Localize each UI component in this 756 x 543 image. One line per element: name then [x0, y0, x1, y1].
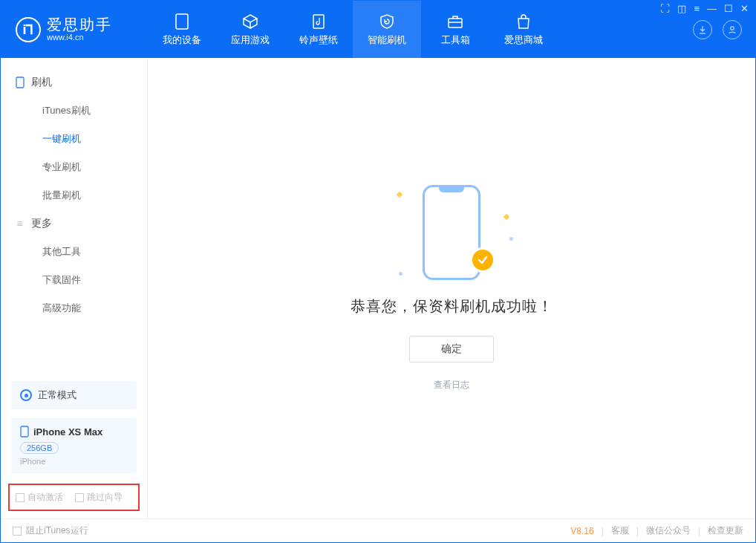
sidebar-item-advanced[interactable]: 高级功能 — [1, 294, 147, 322]
checkbox-icon — [13, 527, 22, 536]
options-box-highlighted: 自动激活 跳过向导 — [8, 484, 140, 511]
shield-refresh-icon — [378, 13, 396, 30]
mode-label: 正常模式 — [38, 388, 76, 402]
tab-label: 铃声壁纸 — [299, 33, 338, 47]
checkbox-icon — [16, 493, 25, 502]
mode-box[interactable]: 正常模式 — [11, 381, 137, 409]
checkbox-label: 阻止iTunes运行 — [26, 524, 88, 537]
footer-link-update[interactable]: 检查更新 — [708, 524, 743, 537]
checkbox-auto-activate[interactable]: 自动激活 — [16, 491, 63, 504]
maximize-button[interactable]: ☐ — [724, 3, 733, 14]
logo-icon: iꓶ — [16, 17, 41, 42]
tab-apps[interactable]: 应用游戏 — [216, 1, 284, 58]
close-button[interactable]: ✕ — [740, 3, 749, 14]
tab-label: 工具箱 — [441, 33, 470, 47]
skin-icon[interactable]: ◫ — [677, 3, 686, 14]
tab-my-device[interactable]: 我的设备 — [148, 1, 216, 58]
toolbox-icon — [446, 13, 464, 30]
header: ⛶ ◫ ≡ — ☐ ✕ iꓶ 爱思助手 www.i4.cn 我的设备 应用游戏 … — [1, 1, 755, 58]
app-subtitle: www.i4.cn — [47, 33, 112, 42]
music-icon — [310, 13, 328, 30]
tab-ringtone[interactable]: 铃声壁纸 — [284, 1, 353, 58]
svg-rect-2 — [449, 19, 462, 27]
sidebar-group-title: 更多 — [31, 217, 52, 230]
menu-icon[interactable]: ≡ — [694, 3, 700, 14]
svg-rect-0 — [176, 14, 188, 29]
sidebar-item-download-fw[interactable]: 下载固件 — [1, 266, 147, 294]
sidebar: 刷机 iTunes刷机 一键刷机 专业刷机 批量刷机 ≡ 更多 其他工具 下载固… — [1, 58, 148, 518]
tab-label: 智能刷机 — [368, 33, 406, 47]
body: 刷机 iTunes刷机 一键刷机 专业刷机 批量刷机 ≡ 更多 其他工具 下载固… — [1, 58, 755, 518]
svg-rect-5 — [21, 426, 28, 437]
tab-label: 爱思商城 — [504, 33, 543, 47]
list-icon: ≡ — [14, 218, 25, 230]
device-type: iPhone — [20, 457, 128, 466]
device-name: iPhone XS Max — [33, 426, 102, 438]
user-button[interactable] — [723, 20, 742, 39]
svg-point-3 — [731, 26, 734, 30]
window-controls: ⛶ ◫ ≡ — ☐ ✕ — [660, 3, 749, 14]
device-box[interactable]: iPhone XS Max 256GB iPhone — [11, 418, 137, 473]
success-message: 恭喜您，保资料刷机成功啦！ — [351, 296, 553, 316]
version-label: V8.16 — [570, 526, 593, 536]
device-phone-icon — [20, 426, 29, 438]
tab-label: 我的设备 — [163, 33, 201, 47]
sidebar-item-pro-flash[interactable]: 专业刷机 — [1, 153, 147, 181]
tab-label: 应用游戏 — [231, 33, 270, 47]
bag-icon — [515, 13, 532, 30]
app-title: 爱思助手 — [47, 16, 112, 33]
sidebar-group-title: 刷机 — [31, 76, 52, 89]
sidebar-item-batch-flash[interactable]: 批量刷机 — [1, 181, 147, 209]
view-log-link[interactable]: 查看日志 — [434, 379, 469, 391]
checkbox-skip-guide[interactable]: 跳过向导 — [75, 491, 123, 504]
sidebar-item-other-tools[interactable]: 其他工具 — [1, 238, 147, 266]
check-badge-icon — [470, 247, 495, 273]
tab-flash[interactable]: 智能刷机 — [353, 1, 421, 58]
footer-link-support[interactable]: 客服 — [611, 524, 629, 537]
tab-store[interactable]: 爱思商城 — [489, 1, 558, 58]
device-icon — [173, 13, 191, 30]
sidebar-group-flash: 刷机 — [1, 68, 147, 97]
svg-rect-4 — [16, 77, 24, 88]
svg-rect-1 — [313, 15, 324, 28]
checkbox-block-itunes[interactable]: 阻止iTunes运行 — [13, 524, 88, 537]
cube-icon — [241, 13, 259, 30]
phone-icon — [14, 77, 25, 88]
tab-toolbox[interactable]: 工具箱 — [421, 1, 489, 58]
header-tabs: 我的设备 应用游戏 铃声壁纸 智能刷机 工具箱 爱思商城 — [148, 1, 693, 58]
confirm-button[interactable]: 确定 — [409, 336, 494, 362]
footer-link-wechat[interactable]: 微信公众号 — [646, 524, 691, 537]
download-button[interactable] — [693, 20, 712, 39]
main-content: 恭喜您，保资料刷机成功啦！ 确定 查看日志 — [148, 58, 755, 518]
sidebar-item-itunes-flash[interactable]: iTunes刷机 — [1, 97, 147, 125]
mode-indicator-icon — [20, 389, 32, 401]
checkbox-icon — [75, 493, 84, 502]
logo: iꓶ 爱思助手 www.i4.cn — [1, 1, 148, 58]
checkbox-label: 跳过向导 — [87, 491, 123, 504]
device-capacity: 256GB — [20, 442, 59, 454]
sidebar-group-more: ≡ 更多 — [1, 209, 147, 238]
footer: 阻止iTunes运行 V8.16 | 客服 | 微信公众号 | 检查更新 — [1, 518, 755, 542]
sidebar-item-oneclick-flash[interactable]: 一键刷机 — [1, 125, 147, 153]
qr-icon[interactable]: ⛶ — [660, 3, 670, 14]
success-illustration — [411, 185, 492, 282]
checkbox-label: 自动激活 — [27, 491, 63, 504]
minimize-button[interactable]: — — [707, 3, 717, 14]
